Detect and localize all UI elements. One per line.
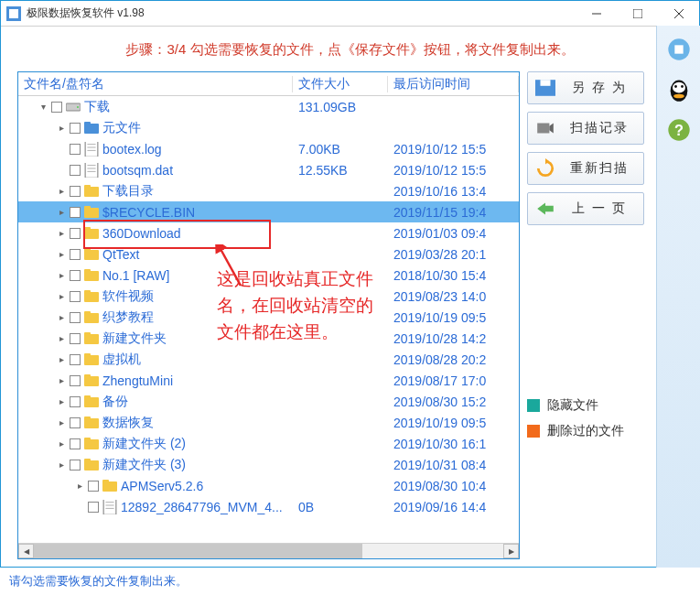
checkbox[interactable] (88, 481, 99, 492)
expand-toggle[interactable]: ▸ (55, 270, 68, 280)
expand-toggle[interactable]: ▸ (55, 460, 68, 470)
file-icon (84, 164, 99, 177)
expand-toggle[interactable]: ▸ (55, 396, 68, 406)
checkbox[interactable] (70, 270, 81, 281)
scroll-left-button[interactable]: ◀ (18, 544, 34, 558)
checkbox[interactable] (70, 186, 81, 197)
expand-toggle[interactable]: ▸ (55, 312, 68, 322)
minimize-button[interactable] (576, 1, 617, 27)
rescan-button[interactable]: 重新扫描 (527, 152, 644, 185)
file-date: 2019/10/19 09:5 (388, 310, 519, 325)
expand-toggle[interactable]: ▸ (55, 333, 68, 343)
file-row[interactable]: ▸软件视频2019/08/23 14:0 (18, 286, 519, 307)
file-name: 织梦教程 (102, 309, 154, 326)
checkbox[interactable] (70, 291, 81, 302)
file-row[interactable]: ▸新建文件夹2019/10/28 14:2 (18, 328, 519, 349)
scan-log-button[interactable]: 扫描记录 (527, 112, 644, 145)
col-date-header[interactable]: 最后访问时间 (388, 76, 519, 92)
expand-toggle[interactable]: ▸ (55, 249, 68, 259)
checkbox[interactable] (70, 417, 81, 428)
app-icon (6, 6, 21, 21)
col-size-header[interactable]: 文件大小 (293, 76, 388, 92)
swatch-orange (527, 425, 540, 438)
folder-icon (84, 311, 99, 324)
svg-rect-23 (84, 227, 91, 231)
expand-toggle[interactable]: ▸ (55, 375, 68, 385)
checkbox[interactable] (70, 144, 81, 155)
expand-toggle[interactable]: ▸ (55, 228, 68, 238)
checkbox[interactable] (70, 438, 81, 449)
legend-deleted: 删除过的文件 (527, 423, 644, 439)
expand-toggle[interactable]: ▸ (55, 438, 68, 449)
svg-point-65 (673, 94, 684, 99)
expand-toggle[interactable]: ▸ (55, 207, 68, 217)
scroll-track[interactable] (34, 544, 503, 558)
checkbox[interactable] (88, 502, 99, 513)
file-row[interactable]: bootsqm.dat12.55KB2019/10/12 15:5 (18, 159, 519, 180)
checkbox[interactable] (70, 333, 81, 344)
svg-rect-9 (84, 122, 91, 125)
expand-toggle[interactable]: ▸ (55, 291, 68, 301)
save-as-button[interactable]: 另 存 为 (527, 71, 644, 104)
h-scrollbar[interactable]: ◀ ▶ (18, 543, 519, 558)
qq-icon[interactable] (666, 77, 692, 103)
file-row[interactable]: ▸新建文件夹 (3)2019/10/31 08:4 (18, 454, 519, 475)
scan-log-label: 扫描记录 (563, 120, 636, 136)
file-row[interactable]: ▾下载131.09GB (18, 96, 519, 117)
svg-rect-54 (541, 80, 551, 86)
file-tree[interactable]: ▾下载131.09GB▸元文件bootex.log7.00KB2019/10/1… (18, 96, 519, 543)
checkbox[interactable] (70, 165, 81, 176)
file-row[interactable]: ▸APMServ5.2.62019/08/30 10:4 (18, 475, 519, 496)
help-icon[interactable]: ? (666, 117, 692, 143)
tool-icon-1[interactable] (666, 37, 692, 62)
svg-rect-1 (9, 9, 18, 18)
checkbox[interactable] (70, 228, 81, 239)
file-name: $RECYCLE.BIN (102, 205, 195, 220)
file-row[interactable]: ▸织梦教程2019/10/19 09:5 (18, 307, 519, 328)
file-row[interactable]: ▸下载目录2019/10/16 13:4 (18, 180, 519, 201)
save-as-label: 另 存 为 (563, 80, 636, 96)
checkbox[interactable] (70, 396, 81, 407)
prev-page-button[interactable]: 上 一 页 (527, 192, 644, 225)
file-row[interactable]: ▸$RECYCLE.BIN2019/11/15 19:4 (18, 201, 519, 222)
checkbox[interactable] (70, 249, 81, 260)
close-button[interactable] (658, 1, 699, 27)
folder-icon (84, 206, 99, 219)
file-row[interactable]: ▸虚拟机2019/08/28 20:2 (18, 349, 519, 370)
maximize-button[interactable] (617, 1, 658, 27)
file-row[interactable]: ▸备份2019/08/30 15:2 (18, 391, 519, 412)
scroll-right-button[interactable]: ▶ (503, 544, 519, 558)
expand-toggle[interactable]: ▸ (55, 186, 68, 196)
scroll-thumb[interactable] (34, 544, 362, 558)
checkbox[interactable] (70, 123, 81, 134)
main-area: 文件名/盘符名 文件大小 最后访问时间 ▾下载131.09GB▸元文件boote… (1, 71, 699, 567)
checkbox[interactable] (70, 375, 81, 386)
checkbox[interactable] (70, 207, 81, 218)
file-row[interactable]: ▸No.1 [RAW]2018/10/30 15:4 (18, 265, 519, 286)
file-name: APMServ5.2.6 (121, 479, 203, 493)
folder-icon (102, 480, 117, 492)
file-row[interactable]: ▸新建文件夹 (2)2019/10/30 16:1 (18, 433, 519, 454)
checkbox[interactable] (51, 102, 62, 113)
file-row[interactable]: ▸360Download2019/01/03 09:4 (18, 222, 519, 243)
file-row[interactable]: ▸数据恢复2019/10/19 09:5 (18, 412, 519, 433)
file-row[interactable]: ▸ZhengtuMini2019/08/17 17:0 (18, 370, 519, 391)
checkbox[interactable] (70, 354, 81, 365)
checkbox[interactable] (70, 312, 81, 323)
expand-toggle[interactable]: ▸ (55, 354, 68, 364)
expand-toggle[interactable]: ▸ (73, 481, 86, 491)
svg-marker-56 (549, 124, 553, 134)
save-icon (535, 79, 555, 97)
file-row[interactable]: bootex.log7.00KB2019/10/12 15:5 (18, 138, 519, 159)
file-row[interactable]: 12892_28647796_MVM_4...0B2019/09/16 14:4 (18, 496, 519, 517)
col-name-header[interactable]: 文件名/盘符名 (18, 76, 293, 92)
expand-toggle[interactable]: ▸ (55, 417, 68, 427)
rescan-label: 重新扫描 (563, 160, 636, 177)
right-toolbar: ? (656, 26, 700, 568)
file-row[interactable]: ▸QtText2019/03/28 20:1 (18, 243, 519, 265)
expand-toggle[interactable]: ▾ (37, 102, 49, 112)
checkbox[interactable] (70, 460, 81, 471)
expand-toggle[interactable]: ▸ (55, 123, 68, 133)
legend-deleted-label: 删除过的文件 (547, 423, 624, 439)
file-row[interactable]: ▸元文件 (18, 117, 519, 138)
